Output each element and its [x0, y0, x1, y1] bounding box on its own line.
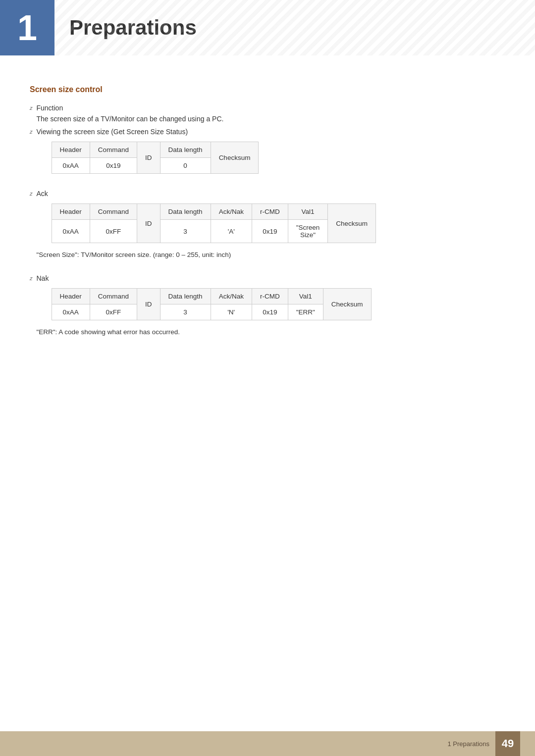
t3-id-col: ID [137, 289, 160, 320]
t2-checksum-col: Checksum [328, 204, 376, 243]
bullet-marker-3: z [30, 191, 33, 197]
main-content: Screen size control z Function The scree… [0, 85, 535, 388]
t3-command-col: Command [90, 289, 137, 304]
t1-header-val: 0xAA [52, 158, 90, 174]
t1-command-val: 0x19 [90, 158, 137, 174]
viewing-item: z Viewing the screen size (Get Screen Si… [30, 128, 505, 182]
t2-datalength-val: 3 [160, 220, 211, 243]
t1-command-col: Command [90, 142, 137, 158]
t2-command-col: Command [90, 204, 137, 220]
nak-item: z Nak Header Command ID Data length Ack/… [30, 274, 505, 344]
t3-header-val: 0xAA [52, 304, 90, 320]
t3-checksum-col: Checksum [323, 289, 371, 320]
t3-rcmd-col: r-CMD [252, 289, 288, 304]
ack-label: Ack [37, 190, 506, 198]
bullet-marker-4: z [30, 275, 33, 281]
t2-id-col: ID [137, 204, 160, 243]
table2-wrapper: Header Command ID Data length Ack/Nak r-… [52, 203, 506, 243]
t1-datalength-val: 0 [160, 158, 211, 174]
t1-datalength-col: Data length [160, 142, 211, 158]
page-number: 49 [495, 731, 520, 756]
section-title: Screen size control [30, 85, 505, 94]
table1-wrapper: Header Command ID Data length Checksum 0… [52, 142, 506, 174]
table3: Header Command ID Data length Ack/Nak r-… [52, 288, 372, 320]
t2-datalength-col: Data length [160, 204, 211, 220]
err-note: "ERR": A code showing what error has occ… [37, 328, 506, 336]
t2-rcmd-col: r-CMD [252, 204, 288, 220]
table3-wrapper: Header Command ID Data length Ack/Nak r-… [52, 288, 506, 320]
t3-command-val: 0xFF [90, 304, 137, 320]
chapter-number: 1 [17, 10, 37, 46]
t3-datalength-col: Data length [160, 289, 211, 304]
page-footer: 1 Preparations 49 [0, 731, 535, 756]
ack-item: z Ack Header Command ID Data length Ack/… [30, 190, 505, 266]
screen-size-note: "Screen Size": TV/Monitor screen size. (… [37, 251, 506, 258]
table1: Header Command ID Data length Checksum 0… [52, 142, 259, 174]
t2-rcmd-val: 0x19 [252, 220, 288, 243]
t3-header-col: Header [52, 289, 90, 304]
t3-acknak-col: Ack/Nak [211, 289, 252, 304]
page-header: 1 Preparations [0, 0, 535, 55]
t2-acknak-val: 'A' [211, 220, 252, 243]
t2-val1-col: Val1 [288, 204, 328, 220]
t3-val1-col: Val1 [288, 289, 323, 304]
nak-label: Nak [37, 274, 506, 282]
footer-text: 1 Preparations [447, 740, 489, 748]
function-description: The screen size of a TV/Monitor can be c… [37, 115, 224, 123]
t2-val1-val: "ScreenSize" [288, 220, 328, 243]
t3-val1-val: "ERR" [288, 304, 323, 320]
t3-rcmd-val: 0x19 [252, 304, 288, 320]
function-label: Function [37, 104, 224, 112]
bullet-marker-2: z [30, 129, 33, 135]
viewing-label: Viewing the screen size (Get Screen Size… [37, 128, 506, 136]
t1-id-col: ID [137, 142, 160, 174]
function-item: z Function The screen size of a TV/Monit… [30, 104, 505, 123]
t2-header-val: 0xAA [52, 220, 90, 243]
t2-acknak-col: Ack/Nak [211, 204, 252, 220]
t1-header-col: Header [52, 142, 90, 158]
t3-datalength-val: 3 [160, 304, 211, 320]
footer-content: 1 Preparations 49 [447, 731, 520, 756]
t2-header-col: Header [52, 204, 90, 220]
chapter-sidebar: 1 [0, 0, 54, 55]
t2-command-val: 0xFF [90, 220, 137, 243]
t3-acknak-val: 'N' [211, 304, 252, 320]
bullet-marker-1: z [30, 105, 33, 111]
table2: Header Command ID Data length Ack/Nak r-… [52, 203, 376, 243]
t1-checksum-col: Checksum [211, 142, 259, 174]
